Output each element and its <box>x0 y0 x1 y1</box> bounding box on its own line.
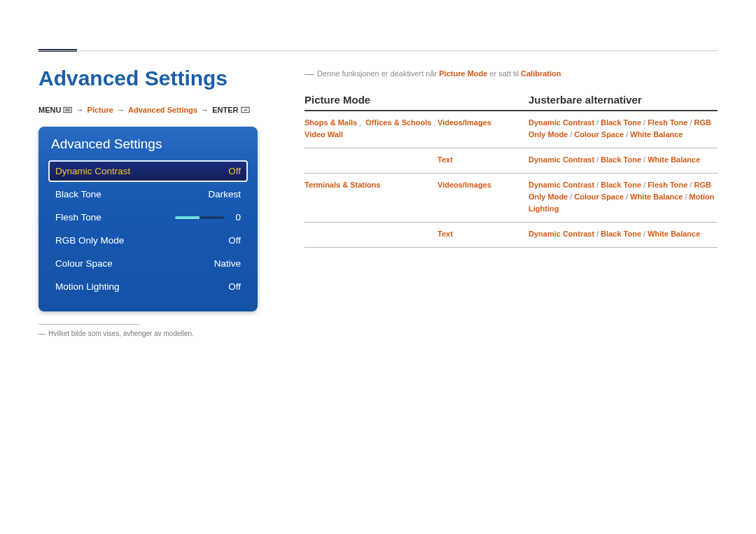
osd-value: Off <box>197 281 241 292</box>
note-hl1: Picture Mode <box>439 69 487 78</box>
footnote-rule <box>38 324 140 325</box>
osd-label: Dynamic Contrast <box>55 166 197 176</box>
osd-row-dynamic-contrast[interactable]: Dynamic ContrastOff <box>48 160 248 182</box>
table-row: TextDynamic Contrast/Black Tone/White Ba… <box>304 148 718 174</box>
cell-picture-mode: Terminals & Stations <box>304 179 438 215</box>
cell-subtype: Videos/Images <box>438 179 528 215</box>
page-title: Advanced Settings <box>38 66 276 90</box>
note-dash: ― <box>304 68 314 79</box>
osd-body: Dynamic ContrastOffBlack ToneDarkestFles… <box>38 160 258 311</box>
osd-slider[interactable]: 0 <box>175 212 241 223</box>
note-hl2: Calibration <box>521 69 561 78</box>
osd-row-colour-space[interactable]: Colour SpaceNative <box>48 253 248 274</box>
breadcrumb-enter: ENTER <box>212 106 238 114</box>
cell-picture-mode <box>304 228 438 240</box>
footnote-dash: ― <box>38 330 46 337</box>
note-end: . <box>561 69 564 78</box>
breadcrumb-arrow-1: → <box>75 106 85 114</box>
page-content: Advanced Settings MENU → Picture → Advan… <box>38 66 718 339</box>
breadcrumb-advanced: Advanced Settings <box>128 106 197 114</box>
th-blank <box>438 94 528 106</box>
osd-row-black-tone[interactable]: Black ToneDarkest <box>48 183 248 205</box>
osd-row-motion-lighting[interactable]: Motion LightingOff <box>48 276 248 297</box>
note-pre: Denne funksjonen er deaktivert når <box>317 69 439 78</box>
cell-subtype: Videos/Images <box>438 117 528 141</box>
footnote: ―Hvilket bilde som vises, avhenger av mo… <box>38 329 276 339</box>
table-row: Shops & Malls, Offices & Schools, Video … <box>304 111 718 148</box>
breadcrumb-arrow-3: → <box>200 106 210 114</box>
th-justerbare: Justerbare alternativer <box>528 94 718 106</box>
cell-options: Dynamic Contrast/Black Tone/Flesh Tone/R… <box>528 179 718 215</box>
table-body: Shops & Malls, Offices & Schools, Video … <box>304 111 718 248</box>
footnote-text: Hvilket bilde som vises, avhenger av mod… <box>48 330 194 337</box>
osd-row-rgb-only-mode[interactable]: RGB Only ModeOff <box>48 230 248 251</box>
osd-row-flesh-tone[interactable]: Flesh Tone0 <box>48 206 248 228</box>
cell-options: Dynamic Contrast/Black Tone/Flesh Tone/R… <box>528 117 718 141</box>
header-rule-thin <box>38 50 718 51</box>
slider-fill <box>175 216 200 219</box>
enter-icon <box>241 106 250 113</box>
osd-label: Motion Lighting <box>55 281 197 292</box>
note-line: ―Denne funksjonen er deaktivert når Pict… <box>304 66 718 81</box>
table-header: Picture Mode Justerbare alternativer <box>304 94 718 111</box>
th-picture-mode: Picture Mode <box>304 94 438 106</box>
osd-label: RGB Only Mode <box>55 235 197 246</box>
slider-track <box>175 216 224 219</box>
osd-panel: Advanced Settings Dynamic ContrastOffBla… <box>38 127 258 311</box>
menu-icon <box>63 106 72 113</box>
osd-label: Colour Space <box>55 258 197 269</box>
table-row: Terminals & StationsVideos/ImagesDynamic… <box>304 174 718 223</box>
breadcrumb: MENU → Picture → Advanced Settings → ENT… <box>38 106 276 114</box>
breadcrumb-menu: MENU <box>38 106 61 114</box>
right-column: ―Denne funksjonen er deaktivert når Pict… <box>304 66 718 248</box>
osd-value: 0 <box>231 212 241 223</box>
osd-value: Off <box>197 235 241 246</box>
breadcrumb-arrow-2: → <box>115 106 126 114</box>
svg-rect-4 <box>241 107 248 112</box>
cell-subtype: Text <box>438 228 528 240</box>
note-mid: er satt til <box>487 69 521 78</box>
osd-label: Black Tone <box>55 189 197 199</box>
osd-label: Flesh Tone <box>55 212 175 223</box>
left-column: Advanced Settings MENU → Picture → Advan… <box>38 66 276 339</box>
cell-options: Dynamic Contrast/Black Tone/White Balanc… <box>528 154 718 166</box>
cell-picture-mode: Shops & Malls, Offices & Schools, Video … <box>304 117 438 141</box>
osd-value: Native <box>197 258 241 269</box>
osd-title: Advanced Settings <box>38 127 258 160</box>
cell-subtype: Text <box>438 154 528 166</box>
breadcrumb-picture: Picture <box>88 106 113 114</box>
table-row: TextDynamic Contrast/Black Tone/White Ba… <box>304 223 718 248</box>
osd-value: Darkest <box>197 189 241 199</box>
osd-value: Off <box>197 166 241 176</box>
cell-picture-mode <box>304 154 438 166</box>
cell-options: Dynamic Contrast/Black Tone/White Balanc… <box>528 228 718 240</box>
